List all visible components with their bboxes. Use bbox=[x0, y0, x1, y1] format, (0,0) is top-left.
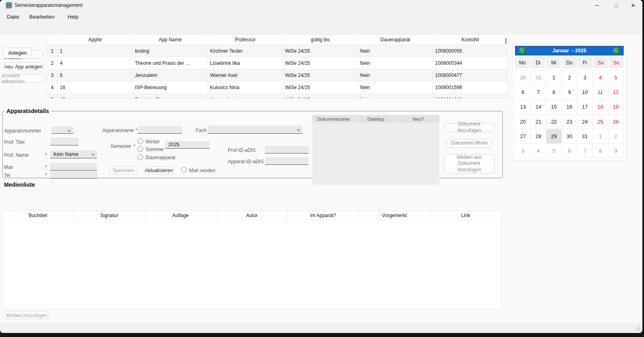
close-button[interactable]: ✕ bbox=[624, 0, 642, 11]
maximize-button[interactable] bbox=[606, 0, 625, 11]
calendar-day[interactable]: 7 bbox=[531, 85, 546, 99]
calendar-day[interactable]: 30 bbox=[562, 129, 577, 143]
calendar-day[interactable]: 12 bbox=[608, 85, 623, 99]
medien-hinzufuegen-button[interactable]: Medien hinzufügen bbox=[3, 311, 50, 319]
sommer-radio[interactable] bbox=[138, 146, 143, 152]
calendar-day[interactable]: 2 bbox=[608, 129, 623, 143]
table-row[interactable]: 4 16 ISP-Betreuung Kulovics Nina WiSe 24… bbox=[47, 81, 508, 94]
minimize-icon bbox=[595, 5, 599, 6]
prof-id-adis-input[interactable] bbox=[265, 146, 309, 154]
calendar-day[interactable]: 1 bbox=[547, 70, 561, 85]
mail-input[interactable] bbox=[50, 163, 97, 171]
medien-column-header[interactable]: Vorgemerkt bbox=[359, 211, 430, 220]
calendar-day[interactable]: 9 bbox=[608, 144, 623, 158]
calendar-day[interactable]: 30 bbox=[515, 70, 530, 85]
calendar-day[interactable]: 6 bbox=[515, 85, 530, 99]
medien-column-header[interactable]: Buchtitel bbox=[2, 211, 74, 220]
calendar-day[interactable]: 29 bbox=[547, 129, 561, 143]
calendar-day[interactable]: 22 bbox=[547, 115, 561, 129]
menu-item[interactable]: Datei bbox=[7, 14, 19, 20]
calendar-day[interactable]: 8 bbox=[593, 144, 608, 158]
winter-radio[interactable] bbox=[138, 139, 143, 144]
calendar-day[interactable]: 20 bbox=[515, 115, 530, 129]
prof-titel-input[interactable] bbox=[50, 138, 78, 145]
mail-senden-checkbox[interactable] bbox=[181, 167, 187, 173]
medien-column-header[interactable]: Auflage bbox=[145, 211, 216, 220]
tel-input[interactable] bbox=[50, 171, 97, 179]
column-header[interactable]: Professor bbox=[208, 35, 283, 45]
medien-aus-dokument-button[interactable]: Medien aus Dokument hinzufügen bbox=[444, 154, 494, 173]
calendar-day[interactable]: 4 bbox=[531, 144, 546, 158]
calendar-header: ← Januar 2025 → bbox=[515, 46, 624, 55]
calendar-day[interactable]: 31 bbox=[577, 129, 592, 143]
table-row[interactable]: 3 5 Jerusalem Wiemer Axel WiSe 24/25 Nei… bbox=[47, 69, 508, 81]
document-column-header[interactable]: Dokumentname bbox=[312, 115, 354, 123]
calendar-day[interactable]: 5 bbox=[547, 144, 561, 158]
menu-item[interactable]: Bearbeiten bbox=[29, 14, 55, 20]
calendar-day[interactable]: 9 bbox=[562, 85, 577, 99]
calendar-prev-button[interactable]: ← bbox=[519, 47, 526, 54]
minimize-button[interactable] bbox=[588, 0, 606, 11]
fach-dropdown[interactable] bbox=[208, 126, 303, 134]
column-header[interactable]: KontoNr bbox=[433, 35, 508, 45]
calendar-day[interactable]: 13 bbox=[515, 100, 530, 114]
dokument-hinzufuegen-button[interactable]: Dokument hinzufügen bbox=[444, 123, 494, 132]
menu-item[interactable]: Help bbox=[68, 14, 78, 20]
calendar-day[interactable]: 14 bbox=[531, 100, 546, 114]
calendar-day[interactable]: 23 bbox=[562, 115, 577, 129]
calendar-day[interactable]: 4 bbox=[593, 70, 608, 85]
table-row[interactable]: 2 4 Theorie und Praxis der ... Lüsebrink… bbox=[47, 57, 508, 69]
tab[interactable]: Anlegen bbox=[3, 47, 32, 58]
table-row[interactable]: 5 17 Teaching Films Kratzer Andrea WiSe … bbox=[47, 94, 508, 98]
calendar-day[interactable]: 8 bbox=[547, 85, 561, 99]
calendar-day[interactable]: 21 bbox=[531, 115, 546, 129]
calendar-day[interactable]: 25 bbox=[593, 115, 608, 129]
dauerapparat-radio[interactable] bbox=[138, 154, 143, 160]
calendar-day[interactable]: 17 bbox=[577, 100, 592, 114]
document-column-header[interactable]: Neu? bbox=[397, 115, 439, 123]
calendar-day[interactable]: 7 bbox=[577, 144, 592, 158]
medien-column-header[interactable]: Autor bbox=[216, 211, 288, 220]
column-header[interactable]: Dauerapparat bbox=[358, 35, 433, 45]
column-header[interactable]: gültig bis bbox=[283, 35, 358, 45]
calendar-day[interactable]: 16 bbox=[562, 100, 577, 114]
apparatsname-input[interactable] bbox=[138, 126, 182, 134]
calendar-day[interactable]: 18 bbox=[593, 100, 608, 114]
column-header[interactable]: AppNr bbox=[57, 35, 133, 45]
table-row[interactable]: 1 1 testing Kirchner Tester WiSe 24/25 N… bbox=[47, 45, 508, 57]
calendar-day[interactable]: 2 bbox=[562, 70, 577, 85]
document-column-header[interactable]: Dateityp bbox=[355, 115, 397, 123]
calendar-day[interactable]: 28 bbox=[531, 129, 546, 143]
neu-app-anlegen-button[interactable]: neu. App anlegen bbox=[3, 62, 44, 71]
calendar-day[interactable]: 15 bbox=[547, 100, 561, 114]
calendar-title[interactable]: Januar 2025 bbox=[553, 48, 587, 53]
prof-name-dropdown[interactable]: Kein Name bbox=[50, 150, 97, 158]
calendar-day[interactable]: 27 bbox=[515, 129, 530, 143]
calendar-day[interactable]: 31 bbox=[531, 70, 546, 85]
medien-column-header[interactable]: Signatur bbox=[74, 211, 145, 220]
speichern-button[interactable]: Speichern bbox=[109, 166, 138, 175]
apparatsnummer-dropdown[interactable] bbox=[51, 126, 73, 134]
dokument-oeffnen-button[interactable]: Dokument öffnen bbox=[446, 139, 492, 148]
calendar-day[interactable]: 26 bbox=[608, 115, 623, 129]
resize-grip-icon[interactable] bbox=[636, 330, 637, 331]
aktualisieren-button[interactable]: Aktualisieren bbox=[144, 166, 174, 175]
calendar-day[interactable]: 10 bbox=[577, 85, 592, 99]
calendar-day[interactable]: 19 bbox=[608, 100, 623, 114]
calendar-day[interactable]: 24 bbox=[577, 115, 592, 129]
calendar-day[interactable]: 6 bbox=[562, 144, 577, 158]
calendar-day[interactable]: 11 bbox=[593, 85, 608, 99]
table-scrollbar[interactable] bbox=[505, 38, 506, 44]
auswahl-abbrechen-button[interactable]: Auswahl abbrechen bbox=[1, 74, 44, 83]
medien-column-header[interactable]: im Apparat? bbox=[288, 211, 359, 220]
calendar-day[interactable]: 5 bbox=[608, 70, 623, 85]
calendar-day[interactable]: 3 bbox=[515, 144, 530, 158]
calendar-day[interactable]: 1 bbox=[593, 129, 608, 143]
calendar-day[interactable]: 3 bbox=[577, 70, 592, 85]
calendar-next-button[interactable]: → bbox=[613, 47, 620, 54]
year-input[interactable]: 2025 bbox=[165, 141, 210, 149]
day-of-week-header: Do bbox=[562, 57, 577, 68]
column-header[interactable]: App Name bbox=[133, 35, 208, 45]
medien-column-header[interactable]: Link bbox=[430, 211, 501, 220]
apparat-id-adis-input[interactable] bbox=[265, 157, 309, 165]
